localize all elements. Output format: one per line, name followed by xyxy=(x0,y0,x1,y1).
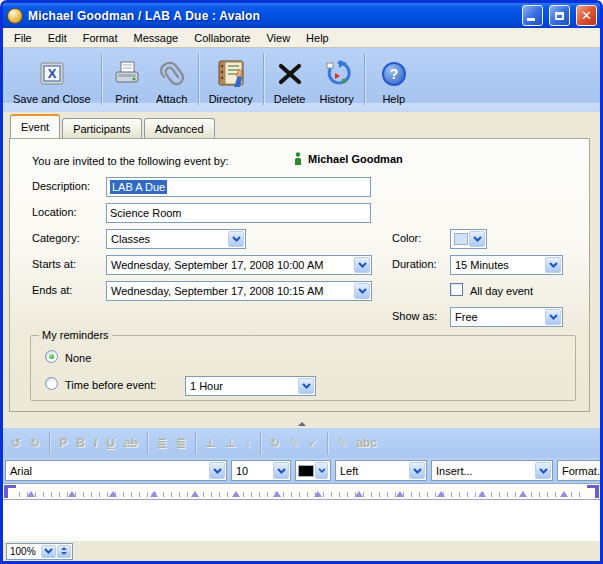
toolbar-separator xyxy=(364,53,365,105)
alignment-dropdown[interactable]: Left xyxy=(335,460,427,481)
insert-dropdown[interactable]: Insert... xyxy=(431,460,553,481)
tab-participants-label: Participants xyxy=(73,123,130,135)
menu-view[interactable]: View xyxy=(258,30,298,46)
tab-advanced[interactable]: Advanced xyxy=(144,118,215,138)
pane-splitter[interactable] xyxy=(3,420,600,428)
reminder-none-radio[interactable] xyxy=(45,350,58,363)
italic-icon: I xyxy=(94,437,97,449)
menu-message[interactable]: Message xyxy=(126,30,187,46)
save-close-icon: X xyxy=(37,57,67,91)
tab-stop-marker[interactable] xyxy=(437,491,445,497)
category-label: Category: xyxy=(32,232,80,244)
category-dropdown[interactable]: Classes xyxy=(106,229,246,249)
zoom-control[interactable]: 100% xyxy=(6,543,73,560)
history-icon xyxy=(321,57,353,91)
menu-format[interactable]: Format xyxy=(75,30,126,46)
status-bar: 100% xyxy=(3,540,600,561)
color-dropdown[interactable] xyxy=(450,229,487,249)
duration-label: Duration: xyxy=(392,258,437,270)
show-as-dropdown[interactable]: Free xyxy=(450,307,563,327)
my-reminders-group: My reminders None Time before event: 1 H… xyxy=(30,335,576,401)
location-input[interactable]: Science Room xyxy=(106,203,371,223)
tab-stop-marker[interactable] xyxy=(396,491,404,497)
ruler[interactable] xyxy=(3,483,600,500)
save-close-label: Save and Close xyxy=(13,93,91,105)
organizer: Michael Goodman xyxy=(294,152,403,166)
print-button[interactable]: Print xyxy=(105,52,149,106)
all-day-label: All day event xyxy=(470,285,533,297)
minimize-button[interactable] xyxy=(522,5,543,26)
ends-at-dropdown[interactable]: Wednesday, September 17, 2008 10:15 AM xyxy=(106,281,372,301)
help-button[interactable]: ? Help xyxy=(368,52,420,106)
tab-stop-marker[interactable] xyxy=(273,491,281,497)
reminder-time-radio[interactable] xyxy=(45,377,58,390)
tab-stop-marker[interactable] xyxy=(478,491,486,497)
close-button[interactable]: ✕ xyxy=(576,5,597,26)
tab-stop-marker[interactable] xyxy=(560,491,568,497)
tab-stop-marker[interactable] xyxy=(68,491,76,497)
tab-participants[interactable]: Participants xyxy=(62,118,141,138)
left-margin-marker[interactable] xyxy=(4,485,16,498)
plain-style-icon: P xyxy=(59,437,67,449)
tab-stop-marker[interactable] xyxy=(27,491,35,497)
help-icon: ? xyxy=(380,57,408,91)
right-margin-marker[interactable] xyxy=(587,485,599,498)
ends-at-value: Wednesday, September 17, 2008 10:15 AM xyxy=(107,282,353,300)
save-and-close-button[interactable]: X Save and Close xyxy=(6,52,98,106)
redo-icon: ↻ xyxy=(30,437,40,449)
maximize-button[interactable] xyxy=(549,5,570,26)
message-body[interactable] xyxy=(3,500,600,540)
tab-event[interactable]: Event xyxy=(10,114,60,138)
app-icon xyxy=(7,8,23,24)
chevron-down-icon xyxy=(354,257,370,273)
tab-stop-marker[interactable] xyxy=(519,491,527,497)
menu-file[interactable]: File xyxy=(6,30,40,46)
history-button[interactable]: History xyxy=(312,52,360,106)
attach-button[interactable]: Attach xyxy=(149,52,195,106)
tab-stop-marker[interactable] xyxy=(232,491,240,497)
toolbar-separator xyxy=(101,53,102,105)
format-dropdown[interactable]: Format... xyxy=(557,460,600,481)
toolbar-separator xyxy=(49,432,50,454)
menu-help[interactable]: Help xyxy=(298,30,337,46)
event-form-panel: You are invited to the following event b… xyxy=(9,138,590,412)
tab-stop-marker[interactable] xyxy=(355,491,363,497)
location-label: Location: xyxy=(32,206,77,218)
font-family-dropdown[interactable]: Arial xyxy=(5,460,227,481)
zoom-spinner[interactable] xyxy=(57,545,71,558)
chevron-down-icon xyxy=(354,283,370,299)
spinner-up-icon xyxy=(61,547,67,550)
directory-button[interactable]: Directory xyxy=(202,52,260,106)
history-label: History xyxy=(319,93,353,105)
indent-list-icon: ≣ xyxy=(157,437,167,449)
menu-collaborate[interactable]: Collaborate xyxy=(186,30,258,46)
toolbar-separator xyxy=(263,53,264,105)
zoom-level: 100% xyxy=(7,544,40,559)
font-toolbar: Arial 10 Left Insert... Format... xyxy=(3,458,600,483)
chevron-down-icon xyxy=(228,231,244,247)
delete-button[interactable]: Delete xyxy=(267,52,313,106)
starts-at-dropdown[interactable]: Wednesday, September 17, 2008 10:00 AM xyxy=(106,255,372,275)
minimize-icon xyxy=(527,18,535,21)
zoom-dropdown-button[interactable] xyxy=(41,545,56,558)
tab-stop-marker[interactable] xyxy=(314,491,322,497)
starts-at-label: Starts at: xyxy=(32,258,76,270)
tab-stop-marker[interactable] xyxy=(150,491,158,497)
all-day-checkbox[interactable] xyxy=(450,283,463,296)
toolbar-separator xyxy=(198,53,199,105)
outdent-list-icon: ≣ xyxy=(176,437,186,449)
print-label: Print xyxy=(115,93,138,105)
description-input[interactable]: LAB A Due xyxy=(106,177,371,197)
tab-stop-marker[interactable] xyxy=(191,491,199,497)
reminder-time-label: Time before event: xyxy=(65,379,156,391)
menu-edit[interactable]: Edit xyxy=(40,30,75,46)
text-color-dropdown[interactable] xyxy=(295,460,331,481)
menu-bar: File Edit Format Message Collaborate Vie… xyxy=(3,28,600,48)
tab-content-area: You are invited to the following event b… xyxy=(3,138,600,420)
duration-dropdown[interactable]: 15 Minutes xyxy=(450,255,563,275)
font-size-dropdown[interactable]: 10 xyxy=(231,460,291,481)
reminder-time-dropdown[interactable]: 1 Hour xyxy=(185,376,316,396)
ruler-ticks xyxy=(19,492,584,497)
toolbar-separator xyxy=(195,432,196,454)
tab-stop-marker[interactable] xyxy=(109,491,117,497)
